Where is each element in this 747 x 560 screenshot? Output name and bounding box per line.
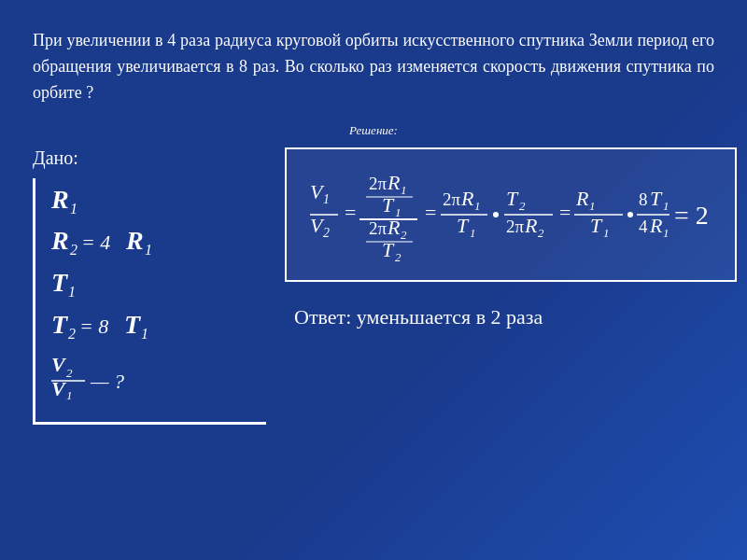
- svg-text:— ?: — ?: [90, 370, 124, 393]
- svg-text:=: =: [425, 201, 436, 224]
- formula-section: V 1 V 2 = 2π R 1 T 1: [285, 147, 737, 425]
- svg-text:2π: 2π: [443, 189, 461, 209]
- svg-text:1: 1: [401, 183, 407, 197]
- svg-text:T: T: [382, 238, 395, 261]
- svg-point-59: [627, 212, 633, 217]
- svg-text:2: 2: [66, 366, 73, 380]
- svg-text:R: R: [50, 227, 69, 255]
- svg-text:T: T: [457, 214, 470, 237]
- svg-text:2: 2: [70, 242, 78, 257]
- dado-r1: R 1: [49, 186, 252, 224]
- dado-r2: R 2 = 4 R 1: [49, 227, 252, 265]
- svg-text:V: V: [51, 353, 67, 376]
- dado-t2: T 2 = 8 T 1: [49, 311, 252, 349]
- slide: При увеличении в 4 раза радиуса круговой…: [0, 0, 747, 560]
- svg-text:= 2: = 2: [674, 201, 709, 230]
- svg-text:1: 1: [323, 192, 330, 206]
- svg-text:2π: 2π: [506, 217, 525, 236]
- svg-text:2: 2: [395, 250, 402, 264]
- svg-text:R: R: [524, 214, 538, 237]
- svg-text:R: R: [387, 171, 401, 194]
- svg-text:2: 2: [68, 326, 76, 341]
- solution-label: Решение:: [33, 123, 714, 138]
- svg-text:T: T: [51, 269, 69, 297]
- svg-text:1: 1: [603, 226, 610, 240]
- svg-text:1: 1: [663, 199, 669, 213]
- svg-text:1: 1: [589, 199, 596, 213]
- svg-text:4: 4: [639, 217, 648, 236]
- problem-text: При увеличении в 4 раза радиуса круговой…: [33, 28, 714, 106]
- svg-text:= 8: = 8: [79, 315, 108, 338]
- svg-text:8: 8: [639, 189, 648, 209]
- dado-vars: R 1 R 2 = 4 R 1 T: [33, 178, 266, 425]
- svg-text:1: 1: [663, 226, 669, 240]
- formula-box: V 1 V 2 = 2π R 1 T 1: [285, 147, 737, 282]
- svg-text:1: 1: [68, 284, 76, 299]
- svg-text:T: T: [590, 214, 603, 237]
- svg-text:1: 1: [145, 242, 152, 257]
- svg-text:2: 2: [538, 226, 544, 240]
- svg-text:= 4: = 4: [81, 231, 110, 254]
- svg-text:1: 1: [66, 388, 73, 399]
- svg-text:T: T: [124, 311, 142, 339]
- svg-text:1: 1: [70, 201, 78, 216]
- svg-text:1: 1: [141, 326, 148, 341]
- svg-text:2π: 2π: [369, 174, 388, 193]
- svg-text:R: R: [460, 187, 474, 210]
- svg-text:T: T: [506, 187, 519, 210]
- svg-text:V: V: [51, 377, 67, 399]
- svg-text:1: 1: [474, 199, 481, 213]
- svg-text:R: R: [50, 186, 69, 214]
- svg-text:=: =: [559, 201, 571, 224]
- dado-section: Дано: R 1 R 2 = 4 R 1: [33, 147, 285, 425]
- content-row: Дано: R 1 R 2 = 4 R 1: [33, 147, 714, 425]
- svg-text:=: =: [345, 201, 356, 224]
- svg-text:2: 2: [519, 199, 526, 213]
- svg-text:R: R: [125, 227, 144, 255]
- svg-text:T: T: [382, 193, 395, 217]
- svg-text:T: T: [51, 311, 69, 339]
- svg-text:2: 2: [401, 228, 407, 242]
- dado-v-question: V 2 V 1 — ?: [49, 353, 252, 408]
- dado-t1: T 1: [49, 269, 252, 307]
- svg-text:1: 1: [470, 226, 476, 240]
- dado-title: Дано:: [33, 147, 266, 169]
- svg-point-46: [493, 212, 499, 217]
- svg-text:R: R: [575, 187, 589, 210]
- svg-text:R: R: [387, 216, 401, 239]
- svg-text:2: 2: [323, 226, 330, 240]
- answer-text: Ответ: уменьшается в 2 раза: [285, 305, 737, 329]
- svg-text:T: T: [650, 187, 663, 210]
- svg-text:2π: 2π: [369, 218, 388, 238]
- svg-text:R: R: [649, 214, 663, 237]
